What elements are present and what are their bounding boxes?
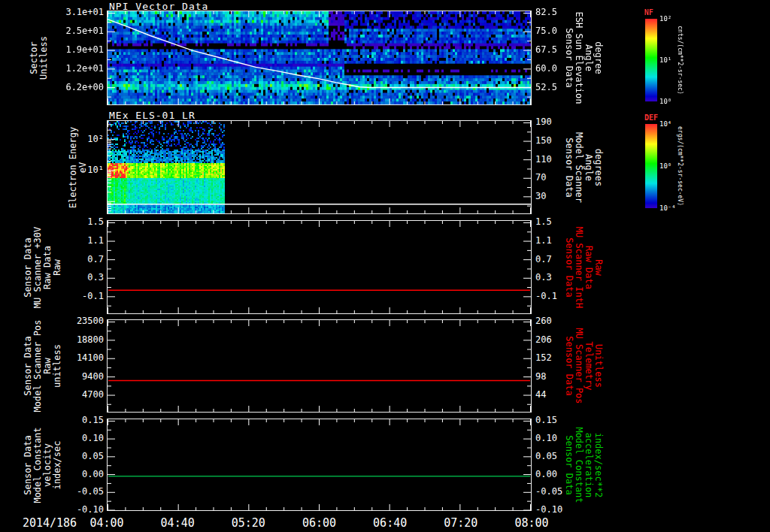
y-tick-label: 0.05 xyxy=(44,452,104,461)
y-tick-label: 10² xyxy=(44,135,104,144)
y-tick-label: -0.10 xyxy=(44,505,104,515)
colorbar-tick-label: 10⁻⁴ xyxy=(659,204,676,212)
overlay-line xyxy=(108,20,531,88)
colorbar-unit-label: ergs/(cm**2-sr-sec-eV) xyxy=(677,126,684,206)
y2-tick-label: 260 xyxy=(535,316,581,326)
y-tick-label: 0.15 xyxy=(44,416,104,425)
y2-tick-label: 0.15 xyxy=(535,416,581,425)
y-tick-label: 23500 xyxy=(44,316,104,326)
y2-tick-label: 30 xyxy=(535,192,581,201)
colorbar-tick-label: 10⁰ xyxy=(659,162,671,170)
colorbar-nf xyxy=(645,19,657,101)
y-tick-label: -0.05 xyxy=(44,487,104,497)
y2-tick-label: 0.10 xyxy=(535,434,581,443)
y2-tick-label: 152 xyxy=(535,353,581,363)
y2-tick-label: 1.1 xyxy=(535,236,581,246)
y2-tick-label: 60.0 xyxy=(535,64,581,74)
y2-tick-label: 206 xyxy=(535,335,581,345)
colorbar-tick-label: 10¹ xyxy=(659,56,671,64)
colorbar-nf-gradient xyxy=(645,19,657,101)
x-axis-tick-label: 04:40 xyxy=(153,516,202,530)
y2-tick-label: 1.5 xyxy=(535,217,581,227)
els-axes-overlay xyxy=(108,121,531,213)
x-axis-date-label: 2014/186 xyxy=(14,516,86,530)
y-tick-label: 0.7 xyxy=(44,255,104,264)
x-axis-tick-label: 04:00 xyxy=(83,516,131,530)
tplot-screen: NPI Vector Data MEx ELS-01 LR Sector Uni… xyxy=(0,0,770,532)
y2-tick-label: 67.5 xyxy=(535,45,581,55)
panel-model-constant xyxy=(107,419,532,511)
y-tick-label: 1.2e+01 xyxy=(44,64,104,74)
colorbar-unit-label: cnts/(cm**2-sr-sec) xyxy=(677,26,684,95)
y-tick-label: 6.2e+00 xyxy=(44,83,104,92)
colorbar-def-gradient xyxy=(645,124,657,208)
y-tick-label: 3.1e+01 xyxy=(44,8,104,17)
y-tick-label: 18800 xyxy=(44,335,104,345)
y2-tick-label: 190 xyxy=(535,117,581,127)
x-axis-tick-label: 06:40 xyxy=(366,516,414,530)
colorbar-def xyxy=(645,124,657,208)
mu-scanner-30v-plot xyxy=(108,221,531,313)
y2-tick-label: 0.05 xyxy=(535,452,581,461)
y2-tick-label: -0.10 xyxy=(535,505,581,515)
y-tick-label: 1.5 xyxy=(44,217,104,227)
y2-tick-label: 0.7 xyxy=(535,255,581,264)
npi-axes-overlay xyxy=(108,11,531,104)
y2-tick-label: 0.00 xyxy=(535,470,581,479)
y2-tick-label: 82.5 xyxy=(535,8,581,17)
y-tick-label: 0.10 xyxy=(44,434,104,443)
panel-npi-spectrogram xyxy=(107,11,532,105)
colorbar-def-name: DEF xyxy=(644,113,658,122)
y-tick-label: 10¹ xyxy=(44,165,104,175)
y2-tick-label: 110 xyxy=(535,155,581,165)
y-tick-label: 0.00 xyxy=(44,470,104,479)
y2-tick-label: 150 xyxy=(535,136,581,146)
panel-mu-scanner-30v xyxy=(107,220,532,314)
y2-tick-label: 75.0 xyxy=(535,26,581,36)
panel-model-scanner-pos xyxy=(107,319,532,413)
y2-tick-label: -0.05 xyxy=(535,487,581,497)
x-axis-tick-label: 07:20 xyxy=(437,516,485,530)
panel-els-title: MEx ELS-01 LR xyxy=(109,110,196,121)
y2-tick-label: 70 xyxy=(535,173,581,183)
x-axis-tick-label: 05:20 xyxy=(224,516,272,530)
y-tick-label: 14100 xyxy=(44,353,104,363)
y2-tick-label: -0.1 xyxy=(535,292,581,301)
y2-tick-label: 52.5 xyxy=(535,83,581,92)
colorbar-tick-label: 10⁰ xyxy=(659,98,671,105)
panel-els-spectrogram xyxy=(107,120,532,214)
colorbar-nf-name: NF xyxy=(644,8,653,17)
y-tick-label: 0.3 xyxy=(44,273,104,283)
y-tick-label: 1.1 xyxy=(44,236,104,246)
y-tick-label: 9400 xyxy=(44,372,104,382)
model-scanner-pos-plot xyxy=(108,320,531,412)
y-tick-label: 1.9e+01 xyxy=(44,45,104,55)
model-constant-plot xyxy=(108,419,531,510)
x-axis-tick-label: 08:00 xyxy=(508,516,556,530)
y2-tick-label: 44 xyxy=(535,390,581,400)
colorbar-tick-label: 10⁴ xyxy=(659,120,671,128)
colorbar-tick-label: 10² xyxy=(659,15,671,23)
y2-tick-label: 98 xyxy=(535,372,581,382)
x-axis-tick-label: 06:00 xyxy=(296,516,344,530)
y-tick-label: -0.1 xyxy=(44,292,104,301)
y-tick-label: 2.5e+01 xyxy=(44,26,104,36)
y-tick-label: 4700 xyxy=(44,390,104,400)
y2-tick-label: 0.3 xyxy=(535,273,581,283)
